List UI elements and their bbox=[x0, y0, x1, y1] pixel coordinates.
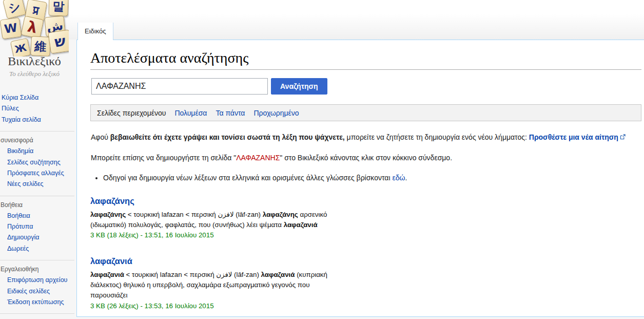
result-snippet: λαφαζάνης < τουρκική lafazan < περσική ل… bbox=[90, 210, 336, 230]
profile-tab-everything[interactable]: Τα πάντα bbox=[216, 109, 245, 117]
sidebar-item-new-pages[interactable]: Νέες σελίδες bbox=[7, 180, 44, 187]
logo-tiles-icon: シ प्र 말 W λ ش Ж 維 ש bbox=[0, 0, 69, 57]
sidebar-group-toolbox: Εργαλειοθήκη Επιφόρτωση αρχείου Ειδικές … bbox=[0, 260, 74, 313]
create-entry-notice: Αφού βεβαιωθείτε ότι έχετε γράψει και το… bbox=[91, 133, 641, 142]
search-profile-tabs: Σελίδες περιεχομένου Πολυμέσα Τα πάντα Π… bbox=[90, 104, 641, 121]
sidebar-item-discussion-pages[interactable]: Σελίδες συζήτησης bbox=[7, 159, 61, 166]
profile-tab-multimedia[interactable]: Πολυμέσα bbox=[174, 109, 207, 117]
logo-tile: Ж bbox=[10, 38, 31, 57]
create-page-notice: Μπορείτε επίσης να δημιουργήστε τη σελίδ… bbox=[91, 153, 641, 162]
logo-tile: ש bbox=[48, 29, 69, 53]
content-area: Αποτελέσματα αναζήτησης Αναζήτηση Σελίδε… bbox=[76, 40, 644, 317]
snippet-bold: λαφαζάνης bbox=[263, 211, 298, 218]
logo-tile: 維 bbox=[30, 36, 51, 57]
profile-tab-content-pages[interactable]: Σελίδες περιεχομένου bbox=[97, 109, 166, 117]
sidebar-nav: Κύρια Σελίδα Πύλες Τυχαία σελίδα συνεισφ… bbox=[0, 91, 76, 319]
tab-special-namespace[interactable]: Ειδικός bbox=[77, 23, 113, 40]
snippet-text: (lāf-zan) bbox=[232, 271, 261, 278]
notice-text: μπορείτε να ζητήσετε τη δημιουργία ενός … bbox=[345, 133, 529, 141]
tips-list: Οδηγοί για δημιουργία νέων λέξεων στα ελ… bbox=[93, 173, 641, 182]
sidebar-group-languages: Γλώσσες ⚙ bbox=[0, 313, 74, 319]
snippet-bold: λαφαζανιά bbox=[284, 221, 318, 229]
search-form: Αναζήτηση bbox=[91, 78, 641, 95]
sidebar-item-printable-version[interactable]: Έκδοση εκτύπωσης bbox=[7, 298, 64, 306]
sidebar-group-navigation: Κύρια Σελίδα Πύλες Τυχαία σελίδα bbox=[0, 91, 74, 131]
snippet-text: < τουρκική lafazan < περσική bbox=[124, 271, 216, 278]
wiktionary-logo[interactable]: シ प्र 말 W λ ش Ж 維 ש Βικιλεξικό Το ελεύθε… bbox=[0, 0, 76, 84]
sidebar-item-help[interactable]: Βοήθεια bbox=[7, 212, 30, 219]
search-input[interactable] bbox=[91, 78, 268, 95]
list-item: Οδηγοί για δημιουργία νέων λέξεων στα ελ… bbox=[103, 173, 641, 182]
sidebar-item-wikidemia[interactable]: Βικιδημία bbox=[7, 147, 33, 155]
notice-text: Μπορείτε επίσης να δημιουργήστε τη σελίδ… bbox=[91, 154, 236, 162]
tip-text: . bbox=[405, 174, 407, 182]
snippet-persian-text: لافزن bbox=[218, 211, 233, 218]
sidebar-item-creation[interactable]: Δημιουργία bbox=[7, 234, 39, 241]
search-result: λαφαζανιά λαφαζανιά < τουρκική lafazan <… bbox=[90, 256, 641, 310]
sidebar-item-recent-changes[interactable]: Πρόσφατες αλλαγές bbox=[7, 170, 64, 177]
sidebar-group-help: Βοήθεια Βοήθεια Πρότυπα Δημιουργία Δωρεέ… bbox=[0, 196, 74, 260]
result-snippet: λαφαζανιά < τουρκική lafazan < περσική ل… bbox=[90, 270, 336, 301]
page-title: Αποτελέσματα αναζήτησης bbox=[90, 50, 641, 70]
sidebar-item-templates[interactable]: Πρότυπα bbox=[7, 223, 33, 230]
sidebar-item-upload-file[interactable]: Επιφόρτωση αρχείου bbox=[7, 276, 67, 284]
snippet-text: (lāf-zan) bbox=[234, 211, 263, 218]
red-link-lafazanis[interactable]: ΛΑΦΑΖΑΝΗΣ bbox=[236, 154, 280, 162]
search-result: λαφαζάνης λαφαζάνης < τουρκική lafazan <… bbox=[90, 196, 641, 239]
logo-tagline: Το ελεύθερο λεξικό bbox=[0, 70, 69, 78]
add-new-request-link[interactable]: Προσθέστε μια νέα αίτηση bbox=[529, 133, 618, 141]
snippet-text: < τουρκική lafazan < περσική bbox=[126, 211, 218, 218]
search-results: λαφαζάνης λαφαζάνης < τουρκική lafazan <… bbox=[90, 196, 641, 310]
notice-text: Αφού bbox=[91, 133, 110, 141]
search-button[interactable]: Αναζήτηση bbox=[271, 78, 327, 95]
here-link[interactable]: εδώ bbox=[392, 174, 405, 182]
notice-bold-text: βεβαιωθείτε ότι έχετε γράψει και τονίσει… bbox=[110, 133, 345, 141]
sidebar-group-header: Βοήθεια bbox=[0, 201, 74, 209]
tip-text: Οδηγοί για δημιουργία νέων λέξεων στα ελ… bbox=[103, 174, 392, 182]
logo-wordmark: Βικιλεξικό bbox=[0, 54, 69, 68]
notice-text: " στο Βικιλεξικό κάνοντας κλικ στον κόκκ… bbox=[280, 154, 452, 162]
result-meta: 3 KB (18 λέξεις) - 13:51, 16 Ιουλίου 201… bbox=[90, 231, 641, 239]
sidebar-group-header: συνεισφορά bbox=[0, 137, 74, 144]
snippet-bold: λαφαζανιά bbox=[261, 271, 295, 278]
sidebar: シ प्र 말 W λ ش Ж 維 ש Βικιλεξικό Το ελεύθε… bbox=[0, 0, 76, 319]
snippet-persian-text: لافزن bbox=[216, 271, 232, 278]
external-link-icon bbox=[620, 133, 626, 142]
sidebar-item-random-page[interactable]: Τυχαία σελίδα bbox=[2, 116, 41, 123]
sidebar-group-header: Εργαλειοθήκη bbox=[0, 266, 74, 273]
snippet-bold: λαφαζανιά bbox=[90, 271, 124, 278]
sidebar-item-main-page[interactable]: Κύρια Σελίδα bbox=[2, 94, 38, 101]
sidebar-group-contribution: συνεισφορά Βικιδημία Σελίδες συζήτησης Π… bbox=[0, 131, 74, 196]
result-meta: 3 KB (26 λέξεις) - 13:53, 16 Ιουλίου 201… bbox=[90, 302, 641, 310]
sidebar-item-special-pages[interactable]: Ειδικές σελίδες bbox=[7, 288, 50, 295]
profile-tab-advanced[interactable]: Προχωρημένο bbox=[253, 109, 299, 117]
logo-tile: W bbox=[0, 17, 22, 40]
result-title-link[interactable]: λαφαζανιά bbox=[90, 256, 132, 266]
logo-tile: シ bbox=[3, 0, 26, 19]
logo-tile: λ bbox=[21, 15, 44, 39]
sidebar-item-donations[interactable]: Δωρεές bbox=[7, 245, 29, 252]
result-title-link[interactable]: λαφαζάνης bbox=[90, 196, 134, 206]
snippet-bold: λαφαζάνης bbox=[90, 211, 126, 218]
logo-tile: 말 bbox=[48, 0, 68, 16]
sidebar-item-portals[interactable]: Πύλες bbox=[2, 105, 19, 112]
